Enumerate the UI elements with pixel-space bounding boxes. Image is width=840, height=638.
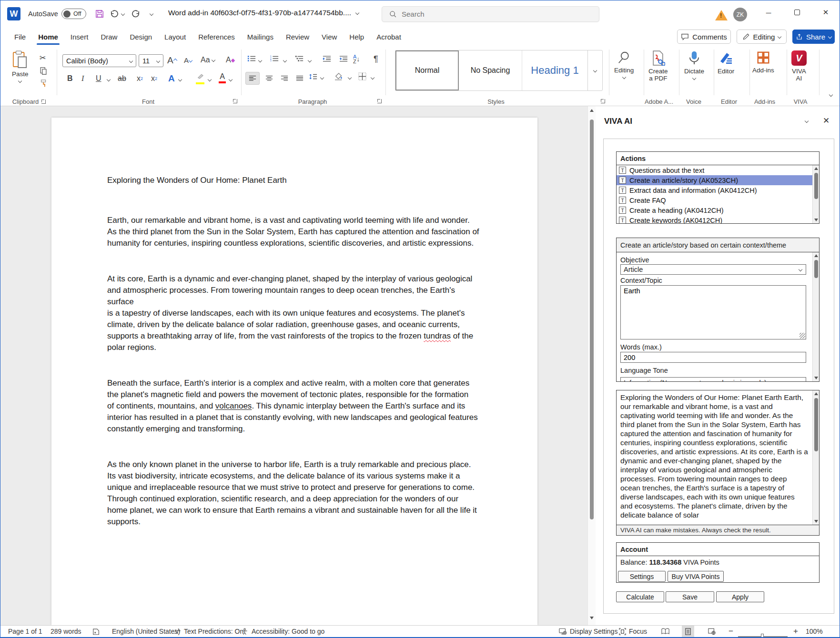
calculate-button[interactable]: Calculate bbox=[616, 591, 664, 602]
actions-scrollbar[interactable] bbox=[812, 165, 819, 223]
tab-review[interactable]: Review bbox=[280, 28, 315, 46]
proofing-errors-icon[interactable] bbox=[92, 626, 100, 637]
tab-draw[interactable]: Draw bbox=[94, 28, 123, 46]
paragraph-1[interactable]: Earth, our remarkable and vibrant home, … bbox=[107, 215, 483, 249]
qat-customize-icon[interactable] bbox=[150, 12, 153, 16]
document-heading-line[interactable]: Exploring the Wonders of Our Home: Plane… bbox=[107, 175, 483, 186]
close-button[interactable]: ✕ bbox=[815, 0, 837, 24]
autosave-toggle[interactable]: Off bbox=[61, 9, 86, 19]
tab-design[interactable]: Design bbox=[123, 28, 158, 46]
redo-button[interactable] bbox=[130, 8, 142, 20]
create-pdf-button[interactable]: Create a PDF bbox=[648, 50, 668, 82]
underline-dropdown-icon[interactable] bbox=[107, 78, 111, 81]
sort-button[interactable]: AZ↓ bbox=[353, 54, 360, 64]
styles-launcher-icon[interactable] bbox=[601, 99, 605, 103]
output-scrollbar[interactable] bbox=[812, 390, 819, 525]
word-count[interactable]: 289 words bbox=[51, 626, 81, 637]
comments-button[interactable]: Comments bbox=[677, 30, 731, 44]
multilevel-list-button[interactable] bbox=[295, 55, 304, 64]
accessibility-icon[interactable] bbox=[241, 626, 248, 637]
grow-font-button[interactable]: A bbox=[167, 55, 177, 66]
font-color-button[interactable]: A bbox=[219, 72, 226, 83]
bold-button[interactable]: B bbox=[67, 74, 73, 83]
tab-help[interactable]: Help bbox=[343, 28, 370, 46]
scrollbar-thumb[interactable] bbox=[590, 120, 594, 519]
paragraph-launcher-icon[interactable] bbox=[377, 99, 382, 103]
tab-file[interactable]: File bbox=[8, 28, 32, 46]
multilevel-dropdown-icon[interactable] bbox=[308, 59, 312, 62]
task-pane-collapse-icon[interactable] bbox=[805, 119, 809, 123]
scrollbar-thumb[interactable] bbox=[814, 260, 818, 278]
font-launcher-icon[interactable] bbox=[233, 99, 237, 103]
bullets-dropdown-icon[interactable] bbox=[258, 59, 262, 62]
document-scrollbar[interactable] bbox=[587, 106, 596, 625]
tab-view[interactable]: View bbox=[315, 28, 343, 46]
styles-gallery-expand-button[interactable] bbox=[587, 50, 602, 90]
shrink-font-button[interactable]: A bbox=[184, 56, 192, 64]
decrease-indent-button[interactable] bbox=[323, 55, 331, 64]
paragraph-3[interactable]: Beneath the surface, Earth's interior is… bbox=[107, 378, 483, 435]
text-effects-button[interactable]: A bbox=[168, 73, 175, 84]
tab-references[interactable]: References bbox=[192, 28, 241, 46]
editing-mode-button[interactable]: Editing bbox=[737, 30, 787, 44]
action-item[interactable]: TCreate an article/story (AK0523CH) bbox=[617, 175, 819, 185]
format-painter-button[interactable] bbox=[40, 79, 48, 90]
cut-button[interactable]: ✂ bbox=[40, 53, 46, 62]
maximize-button[interactable] bbox=[786, 0, 808, 24]
save-button[interactable] bbox=[94, 8, 105, 20]
scroll-down-icon[interactable] bbox=[814, 219, 818, 221]
editor-button[interactable]: Editor bbox=[718, 50, 734, 75]
text-effects-dropdown-icon[interactable] bbox=[178, 78, 182, 81]
generated-text[interactable]: Exploring the Wonders of Our Home: Plane… bbox=[617, 390, 812, 525]
tab-insert[interactable]: Insert bbox=[64, 28, 95, 46]
increase-indent-button[interactable] bbox=[339, 55, 348, 64]
shading-dropdown-icon[interactable] bbox=[348, 76, 352, 80]
tab-mailings[interactable]: Mailings bbox=[241, 28, 280, 46]
numbering-dropdown-icon[interactable] bbox=[283, 59, 287, 62]
addins-button[interactable]: Add-ins bbox=[752, 50, 774, 74]
document-text[interactable]: Exploring the Wonders of Our Home: Plane… bbox=[107, 175, 483, 552]
style-heading1[interactable]: Heading 1 bbox=[522, 50, 587, 90]
tab-acrobat[interactable]: Acrobat bbox=[370, 28, 407, 46]
page-indicator[interactable]: Page 1 of 1 bbox=[8, 626, 42, 637]
buy-viva-points-button[interactable]: Buy VIVA Points bbox=[668, 571, 724, 582]
user-avatar[interactable]: ZK bbox=[733, 8, 747, 21]
scroll-up-icon[interactable] bbox=[814, 392, 818, 395]
zoom-in-button[interactable]: + bbox=[793, 626, 798, 637]
show-marks-button[interactable]: ¶ bbox=[374, 54, 378, 64]
words-input[interactable] bbox=[620, 352, 806, 363]
text-predictions-icon[interactable] bbox=[173, 626, 181, 637]
dictate-button[interactable]: Dictate bbox=[684, 50, 704, 80]
web-layout-button[interactable] bbox=[706, 626, 718, 637]
search-bar[interactable] bbox=[382, 6, 599, 22]
strikethrough-button[interactable]: ab bbox=[118, 74, 126, 83]
display-settings-button[interactable]: Display Settings bbox=[559, 626, 617, 637]
zoom-out-button[interactable]: − bbox=[729, 626, 733, 637]
font-color-dropdown-icon[interactable] bbox=[229, 78, 233, 81]
clipboard-launcher-icon[interactable] bbox=[41, 100, 46, 104]
underline-button[interactable]: U bbox=[96, 74, 101, 83]
highlight-button[interactable] bbox=[196, 73, 204, 84]
borders-dropdown-icon[interactable] bbox=[371, 76, 374, 80]
action-item[interactable]: TExtract data and information (AK0412CH) bbox=[617, 185, 819, 195]
copy-button[interactable] bbox=[40, 67, 48, 77]
scroll-up-icon[interactable] bbox=[814, 254, 818, 257]
viva-ai-button[interactable]: V VIVA AI bbox=[791, 50, 807, 82]
search-input[interactable] bbox=[402, 10, 583, 18]
numbering-button[interactable]: 123 bbox=[270, 55, 279, 64]
align-center-button[interactable] bbox=[262, 72, 276, 85]
align-left-button[interactable] bbox=[245, 72, 260, 85]
paragraph-4[interactable]: As the only known planet in the universe… bbox=[107, 459, 483, 528]
highlight-dropdown-icon[interactable] bbox=[208, 78, 212, 81]
settings-button[interactable]: Settings bbox=[618, 571, 666, 582]
line-spacing-dropdown-icon[interactable] bbox=[320, 76, 324, 80]
word-app-icon[interactable]: W bbox=[7, 7, 20, 20]
justify-button[interactable] bbox=[293, 72, 307, 85]
undo-dropdown-icon[interactable] bbox=[121, 12, 125, 16]
scroll-down-icon[interactable] bbox=[814, 377, 818, 379]
task-pane-close-button[interactable]: ✕ bbox=[823, 116, 830, 126]
paste-button[interactable]: Paste bbox=[12, 50, 29, 82]
focus-button[interactable]: Focus bbox=[619, 626, 647, 637]
superscript-button[interactable]: x2 bbox=[151, 74, 157, 83]
title-dropdown-icon[interactable] bbox=[355, 11, 359, 15]
